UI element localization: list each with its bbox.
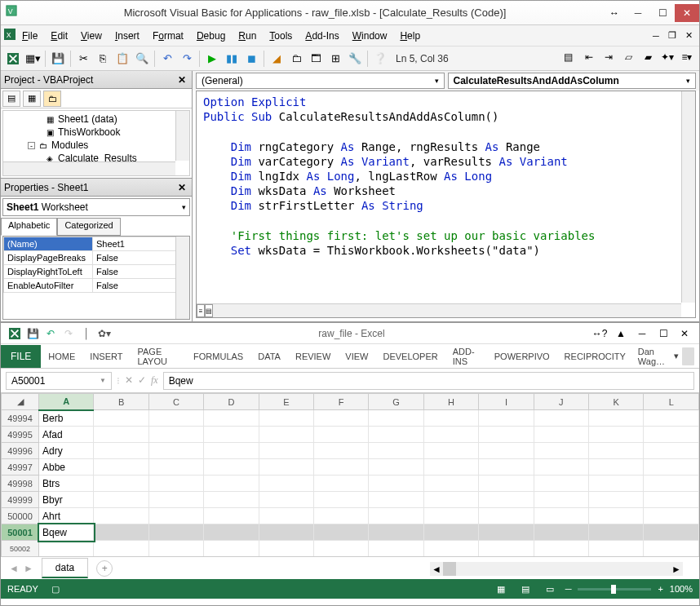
col-header[interactable]: E (259, 394, 313, 410)
ribbon-options-icon[interactable]: ▲ (611, 325, 631, 342)
excel-icon[interactable] (6, 325, 24, 343)
fx-icon[interactable]: fx (151, 374, 158, 387)
undo-icon[interactable]: ↶ (158, 50, 176, 68)
paste-icon[interactable]: 📋 (113, 50, 131, 68)
object-browser-icon[interactable]: ⊞ (326, 50, 344, 68)
list-icon[interactable]: ▤ (559, 48, 577, 66)
excel-icon[interactable]: X (4, 29, 16, 42)
page-layout-view-icon[interactable]: ▤ (516, 582, 534, 596)
tab-developer[interactable]: DEVELOPER (375, 346, 445, 367)
bookmark-icon[interactable]: ✦▾ (658, 48, 676, 66)
procedure-combo[interactable]: CalculateResultsAndAddAsColumn ▾ (448, 73, 697, 89)
properties-pane-close-icon[interactable]: ✕ (175, 181, 188, 194)
view-excel-icon[interactable] (4, 50, 22, 68)
project-pane-close-icon[interactable]: ✕ (175, 73, 188, 86)
sheet-tab-data[interactable]: data (42, 558, 88, 578)
help-icon[interactable]: ❔ (371, 50, 389, 68)
code-editor[interactable]: Option Explicit Public Sub CalculateResu… (196, 91, 696, 318)
project-hscrollbar[interactable] (3, 161, 175, 175)
user-name[interactable]: Dan Wag… (638, 347, 671, 366)
avatar-icon[interactable] (682, 347, 694, 365)
menu-format[interactable]: Format (146, 28, 190, 44)
tab-insert[interactable]: INSERT (82, 346, 130, 367)
col-header[interactable]: J (534, 394, 588, 410)
save-icon[interactable]: 💾 (49, 50, 67, 68)
close-button[interactable]: ✕ (675, 4, 699, 22)
scroll-right-icon[interactable]: ► (670, 562, 683, 576)
sheet-hscrollbar[interactable]: ◄ ► (430, 562, 683, 576)
properties-window-icon[interactable]: 🗔 (307, 50, 325, 68)
redo-icon[interactable]: ↷ (178, 50, 196, 68)
view-code-icon[interactable]: ▤ (2, 91, 20, 107)
enter-formula-icon[interactable]: ✓ (138, 374, 146, 387)
menu-view[interactable]: View (74, 28, 109, 44)
toolbox-icon[interactable]: 🔧 (346, 50, 364, 68)
col-header[interactable]: I (479, 394, 534, 410)
comment-icon[interactable]: ▱ (619, 48, 637, 66)
sheet-nav-next-icon[interactable]: ► (24, 563, 33, 574)
reset-icon[interactable]: ◼ (242, 50, 260, 68)
code-hscrollbar[interactable] (213, 303, 681, 317)
break-icon[interactable]: ▮▮ (223, 50, 241, 68)
options-icon[interactable]: ≡▾ (678, 48, 696, 66)
new-sheet-button[interactable]: + (96, 560, 113, 577)
zoom-slider[interactable] (578, 588, 651, 591)
menu-help[interactable]: Help (393, 28, 427, 44)
custom-qat-icon[interactable]: ✿▾ (95, 325, 113, 343)
mdi-restore-button[interactable]: ❐ (665, 29, 680, 42)
touch-mode-icon[interactable]: ↔? (590, 325, 609, 342)
menu-edit[interactable]: Edit (44, 28, 74, 44)
run-icon[interactable]: ▶ (203, 50, 221, 68)
indent-right-icon[interactable]: ⇥ (600, 48, 618, 66)
col-header[interactable]: L (644, 394, 699, 410)
menu-addins[interactable]: Add-Ins (299, 28, 345, 44)
scroll-left-icon[interactable]: ◄ (430, 562, 443, 576)
col-header[interactable]: G (369, 394, 423, 410)
menu-debug[interactable]: Debug (190, 28, 232, 44)
cancel-formula-icon[interactable]: ✕ (125, 374, 133, 387)
tab-home[interactable]: HOME (41, 346, 82, 367)
find-icon[interactable]: 🔍 (133, 50, 151, 68)
tab-pagelayout[interactable]: PAGE LAYOU (130, 341, 186, 372)
properties-grid[interactable]: (Name)Sheet1 DisplayPageBreaksFalse Disp… (2, 236, 190, 320)
tab-categorized[interactable]: Categorized (57, 218, 120, 236)
save-icon[interactable]: 💾 (24, 325, 42, 343)
copy-icon[interactable]: ⎘ (94, 50, 112, 68)
view-object-icon[interactable]: ▦ (23, 91, 41, 107)
properties-vscrollbar[interactable] (175, 237, 189, 319)
tab-powerpivot[interactable]: POWERPIVO (487, 346, 557, 367)
maximize-button[interactable]: ☐ (650, 4, 675, 22)
uncomment-icon[interactable]: ▰ (639, 48, 657, 66)
col-header[interactable]: C (148, 394, 203, 410)
sync-icon[interactable]: ↔ (603, 7, 626, 19)
name-box[interactable]: A50001 ▼ (6, 372, 112, 390)
menu-tools[interactable]: Tools (263, 28, 299, 44)
col-header[interactable]: H (423, 394, 478, 410)
menu-file[interactable]: File (16, 28, 44, 44)
scroll-thumb[interactable] (443, 562, 456, 576)
redo-icon[interactable]: ↷ (60, 325, 78, 343)
zoom-in-button[interactable]: + (658, 584, 662, 594)
col-header[interactable]: D (204, 394, 259, 410)
maximize-button[interactable]: ☐ (653, 325, 673, 342)
object-combo[interactable]: (General) ▾ (196, 73, 445, 89)
project-vscrollbar[interactable] (175, 111, 189, 161)
col-header[interactable]: B (94, 394, 148, 410)
menu-run[interactable]: Run (232, 28, 263, 44)
normal-view-icon[interactable]: ▦ (492, 582, 510, 596)
procedure-view-icon[interactable]: ≡ (197, 304, 205, 317)
col-header[interactable]: K (589, 394, 644, 410)
tab-formulas[interactable]: FORMULAS (186, 346, 250, 367)
tab-file[interactable]: FILE (1, 345, 41, 368)
tab-review[interactable]: REVIEW (288, 346, 338, 367)
menu-window[interactable]: Window (346, 28, 394, 44)
select-all-corner[interactable]: ◢ (2, 394, 39, 410)
indent-left-icon[interactable]: ⇤ (580, 48, 598, 66)
code-vscrollbar[interactable] (681, 91, 695, 303)
object-selector-dropdown[interactable]: Sheet1 Worksheet ▾ (2, 198, 190, 216)
minimize-button[interactable]: ─ (632, 325, 652, 342)
design-mode-icon[interactable]: ◢ (268, 50, 286, 68)
macro-record-icon[interactable]: ▢ (47, 582, 64, 596)
formula-input[interactable]: Bqew (163, 372, 694, 390)
col-header[interactable]: A (39, 394, 94, 410)
